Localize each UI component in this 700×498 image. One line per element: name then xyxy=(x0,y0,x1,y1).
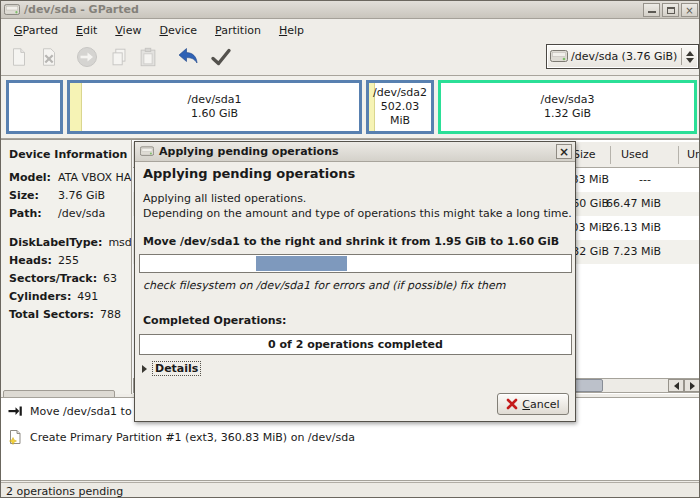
cancel-x-icon xyxy=(506,398,518,410)
arrow-right-icon xyxy=(690,382,695,390)
undo-button[interactable] xyxy=(175,44,201,70)
resize-move-button[interactable] xyxy=(74,44,100,70)
scroll-left-button[interactable] xyxy=(668,379,684,392)
minimize-button[interactable] xyxy=(643,3,660,17)
column-size[interactable]: Size xyxy=(573,148,596,161)
arrow-left-icon xyxy=(674,382,679,390)
apply-button[interactable] xyxy=(208,44,234,70)
partition-label: /dev/sda2 xyxy=(373,86,427,100)
sectors-track-value: 63 xyxy=(103,272,117,285)
move-icon xyxy=(7,403,23,419)
device-selector[interactable]: /dev/sda (3.76 GiB) xyxy=(546,44,699,69)
operation-text: Create Primary Partition #1 (ext3, 360.8… xyxy=(30,431,355,444)
statusbar: 2 operations pending xyxy=(1,482,700,498)
current-operation-progressbar xyxy=(139,254,572,273)
partition-label: /dev/sda3 xyxy=(540,93,594,107)
partition-visual-bar: /dev/sda1 1.60 GiB /dev/sda2 502.03 MiB … xyxy=(1,75,700,139)
partition-box-new[interactable] xyxy=(6,80,63,134)
paste-icon xyxy=(137,46,159,68)
dialog-heading: Applying pending operations xyxy=(143,166,355,181)
gparted-window: /dev/sda - GParted × GParted Edit View D… xyxy=(0,0,700,498)
partition-box-sda1[interactable]: /dev/sda1 1.60 GiB xyxy=(67,80,362,134)
toolbar: /dev/sda (3.76 GiB) xyxy=(1,41,700,74)
model-value: ATA VBOX HA xyxy=(58,171,131,184)
current-operation-text: Move /dev/sda1 to the right and shrink i… xyxy=(143,235,559,248)
dialog-titlebar[interactable]: Applying pending operations × xyxy=(135,142,575,162)
cylinders-value: 491 xyxy=(77,290,98,303)
new-partition-icon xyxy=(8,46,30,68)
applying-operations-dialog: Applying pending operations × Applying p… xyxy=(134,141,576,422)
maximize-icon xyxy=(667,7,675,14)
dialog-icon xyxy=(140,146,154,157)
details-expander[interactable]: Details xyxy=(142,361,201,376)
partition-size: 1.32 GiB xyxy=(544,107,591,121)
cancel-button[interactable]: Cancel xyxy=(497,393,569,415)
partition-label: /dev/sda1 xyxy=(187,93,241,107)
current-operation-detail: check filesystem on /dev/sda1 for errors… xyxy=(143,279,505,292)
close-button[interactable]: × xyxy=(681,3,698,17)
delete-partition-button[interactable] xyxy=(36,44,62,70)
menu-view[interactable]: View xyxy=(106,22,150,39)
menu-partition[interactable]: Partition xyxy=(206,22,270,39)
column-unused[interactable]: Unused xyxy=(687,148,700,161)
gparted-app-icon xyxy=(4,3,20,17)
drive-icon xyxy=(550,49,568,64)
device-selector-value: /dev/sda (3.76 GiB) xyxy=(571,50,677,63)
size-value: 3.76 GiB xyxy=(58,189,105,202)
copy-button[interactable] xyxy=(106,44,132,70)
dialog-body-line: Depending on the amount and type of oper… xyxy=(143,207,572,220)
total-sectors-value: 788 xyxy=(100,308,121,321)
partition-size: 1.60 GiB xyxy=(191,107,238,121)
copy-icon xyxy=(108,46,130,68)
completed-operations-progressbar: 0 of 2 operations completed xyxy=(139,334,572,355)
menu-device[interactable]: Device xyxy=(150,22,206,39)
dialog-title: Applying pending operations xyxy=(159,145,339,158)
partition-box-sda3[interactable]: /dev/sda3 1.32 GiB xyxy=(438,80,697,134)
completed-operations-label: Completed Operations: xyxy=(143,314,287,327)
menubar: GParted Edit View Device Partition Help xyxy=(1,20,700,41)
resize-move-icon xyxy=(75,45,99,69)
maximize-button[interactable] xyxy=(662,3,679,17)
apply-icon xyxy=(209,45,233,69)
minimize-icon xyxy=(648,11,656,13)
delete-partition-icon xyxy=(38,46,60,68)
disklabel-value: msdos xyxy=(108,236,132,249)
new-partition-icon xyxy=(7,429,23,445)
device-info-title: Device Information xyxy=(9,148,131,161)
completed-progress-text: 0 of 2 operations completed xyxy=(140,335,571,351)
close-icon: × xyxy=(685,5,693,16)
path-value: /dev/sda xyxy=(58,207,105,220)
new-partition-button[interactable] xyxy=(6,44,32,70)
window-title: /dev/sda - GParted xyxy=(24,3,139,16)
menu-gparted[interactable]: GParted xyxy=(5,22,67,39)
details-label: Details xyxy=(152,361,201,376)
dialog-close-button[interactable]: × xyxy=(556,144,572,159)
close-icon: × xyxy=(559,145,569,159)
progress-pulse xyxy=(256,256,347,271)
device-info-panel: Device Information Model:ATA VBOX HA Siz… xyxy=(1,140,132,394)
heads-value: 255 xyxy=(58,254,79,267)
undo-icon xyxy=(176,45,200,69)
menu-help[interactable]: Help xyxy=(270,22,313,39)
partition-size: 502.03 MiB xyxy=(369,100,431,128)
dialog-body-line: Applying all listed operations. xyxy=(143,192,306,205)
operation-row[interactable]: Create Primary Partition #1 (ext3, 360.8… xyxy=(7,429,355,445)
scroll-right-button[interactable] xyxy=(684,379,700,392)
spinner-arrows-icon xyxy=(681,48,696,65)
window-titlebar[interactable]: /dev/sda - GParted × xyxy=(1,1,700,19)
column-used[interactable]: Used xyxy=(621,148,649,161)
chevron-right-icon xyxy=(142,365,147,373)
used-space-indicator xyxy=(70,83,82,131)
status-text: 2 operations pending xyxy=(6,485,123,498)
paste-button[interactable] xyxy=(135,44,161,70)
partition-box-sda2[interactable]: /dev/sda2 502.03 MiB xyxy=(366,80,434,134)
menu-edit[interactable]: Edit xyxy=(67,22,106,39)
